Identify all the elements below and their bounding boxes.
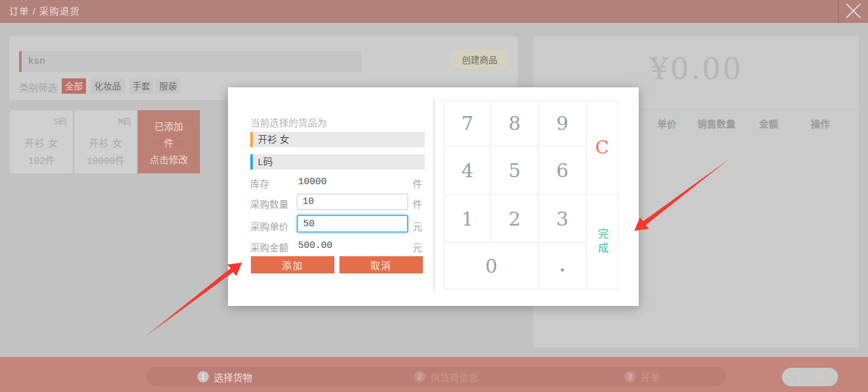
numpad-done-key[interactable]: 完成 bbox=[587, 195, 618, 289]
product-size: S码 bbox=[53, 115, 67, 127]
unit-price-input[interactable] bbox=[297, 215, 408, 233]
numpad-key-3[interactable]: 3 bbox=[539, 195, 587, 243]
numpad-key-0[interactable]: 0 bbox=[445, 243, 539, 289]
category-tab-gloves[interactable]: 手套 bbox=[129, 78, 153, 94]
added-overlay: 已添加 件 点击修改 bbox=[138, 110, 200, 173]
selected-size: L码 bbox=[250, 154, 425, 170]
search-input[interactable] bbox=[19, 51, 361, 72]
numpad-key-8[interactable]: 8 bbox=[491, 101, 539, 146]
quantity-input[interactable] bbox=[297, 194, 408, 210]
step-number: 2 bbox=[414, 371, 425, 382]
create-product-button[interactable]: 创建商品 bbox=[451, 50, 508, 69]
column-header-amount: 金额 bbox=[759, 117, 778, 130]
numpad-decimal-key[interactable]: . bbox=[539, 243, 587, 289]
product-card[interactable]: M码 开衫 女 10000件 bbox=[75, 110, 137, 173]
amount-unit: 元 bbox=[413, 240, 422, 254]
step-number: 3 bbox=[624, 371, 636, 382]
numpad-key-1[interactable]: 1 bbox=[445, 195, 491, 243]
category-tab-clothing[interactable]: 服装 bbox=[156, 78, 180, 94]
top-bar: 订单 / 采购退货 bbox=[0, 0, 868, 23]
close-icon bbox=[844, 2, 862, 22]
numpad-key-2[interactable]: 2 bbox=[491, 195, 539, 243]
quantity-unit: 件 bbox=[413, 197, 422, 210]
unit-price-label: 采购单价 bbox=[250, 219, 288, 233]
column-header-operation: 操作 bbox=[811, 117, 830, 130]
step-label: 开单 bbox=[641, 370, 660, 384]
screen: 订单 / 采购退货 创建商品 类别筛选 全部 化妆品 手套 服装 S码 开衫 女… bbox=[0, 0, 868, 392]
unit-price-unit: 元 bbox=[413, 219, 422, 233]
numpad-key-6[interactable]: 6 bbox=[539, 146, 587, 195]
stock-unit: 件 bbox=[413, 177, 422, 190]
column-header-unit-price: 单价 bbox=[657, 117, 676, 130]
quantity-label: 采购数量 bbox=[250, 197, 288, 210]
product-stock: 102件 bbox=[10, 153, 73, 167]
numpad-clear-key[interactable]: C bbox=[587, 101, 618, 195]
product-stock: 10000件 bbox=[75, 153, 137, 167]
amount-value: 500.00 bbox=[298, 240, 332, 251]
numpad: 7 8 9 C 4 5 6 1 2 3 完成 0 . bbox=[444, 100, 618, 289]
category-tab-all[interactable]: 全部 bbox=[62, 78, 86, 94]
stock-label: 库存 bbox=[250, 177, 269, 190]
added-overlay-line: 件 bbox=[164, 136, 173, 149]
footer-bar: 1 选择货物 2 供货商信息 3 开单 下一步 bbox=[0, 357, 868, 392]
numpad-key-5[interactable]: 5 bbox=[491, 146, 539, 195]
selected-product: 开衫 女 bbox=[250, 132, 425, 147]
step-number: 1 bbox=[197, 371, 209, 382]
product-card-added[interactable]: L码 开衫 女 10000件 已添加 件 点击修改 bbox=[138, 110, 200, 173]
step-billing: 3 开单 bbox=[624, 371, 660, 382]
numpad-key-4[interactable]: 4 bbox=[445, 146, 491, 195]
numpad-key-9[interactable]: 9 bbox=[539, 101, 587, 146]
step-supplier-info: 2 供货商信息 bbox=[414, 371, 478, 382]
dialog-title: 当前选择的货品为 bbox=[250, 115, 327, 129]
category-tab-cosmetics[interactable]: 化妆品 bbox=[90, 78, 125, 94]
add-button[interactable]: 添加 bbox=[251, 256, 334, 273]
step-select-goods: 1 选择货物 bbox=[197, 371, 252, 382]
dialog-divider bbox=[434, 99, 434, 292]
product-name: 开衫 女 bbox=[10, 136, 73, 149]
product-size: M码 bbox=[118, 115, 131, 127]
next-step-button[interactable]: 下一步 bbox=[782, 368, 838, 386]
stock-value: 10000 bbox=[298, 177, 327, 187]
steps-strip: 1 选择货物 2 供货商信息 3 开单 bbox=[146, 367, 726, 386]
purchase-dialog: 当前选择的货品为 开衫 女 L码 库存 10000 件 采购数量 件 采购单价 … bbox=[228, 87, 639, 306]
step-label: 选择货物 bbox=[214, 370, 252, 384]
added-overlay-line: 点击修改 bbox=[150, 152, 188, 166]
category-filter-label: 类别筛选 bbox=[19, 80, 57, 94]
step-label: 供货商信息 bbox=[430, 370, 478, 384]
topbar-divider bbox=[838, 0, 839, 23]
cart-total: ¥0.00 bbox=[534, 52, 859, 86]
close-button[interactable] bbox=[842, 1, 865, 22]
added-overlay-line: 已添加 bbox=[154, 119, 183, 133]
breadcrumb: 订单 / 采购退货 bbox=[9, 0, 80, 23]
amount-label: 采购金额 bbox=[250, 240, 288, 254]
cancel-button[interactable]: 取消 bbox=[339, 256, 423, 273]
numpad-key-7[interactable]: 7 bbox=[445, 101, 491, 146]
product-card[interactable]: S码 开衫 女 102件 bbox=[10, 110, 73, 173]
column-header-sales-qty: 销售数量 bbox=[697, 117, 736, 130]
product-name: 开衫 女 bbox=[75, 136, 137, 149]
